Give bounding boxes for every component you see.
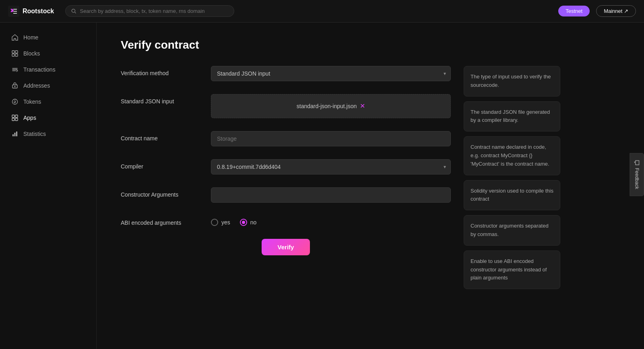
sidebar-item-tokens-label: Tokens (23, 99, 41, 105)
feedback-tab[interactable]: Feedback (630, 153, 644, 196)
svg-rect-17 (14, 133, 16, 136)
svg-rect-14 (12, 118, 14, 121)
file-name-text: standard-json-input.json (297, 103, 357, 109)
standard-json-label: Standard JSON input (121, 94, 201, 105)
abi-yes-option[interactable]: yes (211, 219, 230, 226)
verification-method-help-text: The type of input used to verify the sou… (471, 74, 551, 88)
svg-rect-4 (15, 51, 18, 53)
apps-icon (11, 114, 19, 121)
home-icon (11, 34, 19, 41)
sidebar-item-blocks-label: Blocks (23, 50, 40, 57)
logo[interactable]: Rootstock (8, 6, 54, 17)
statistics-icon (11, 130, 19, 138)
contract-name-input[interactable] (211, 131, 451, 146)
compiler-select[interactable]: 0.8.19+commit.7dd6d404 (211, 159, 451, 174)
contract-name-control (211, 131, 451, 146)
abi-yes-label: yes (221, 219, 230, 226)
sidebar-item-home-label: Home (23, 34, 38, 41)
contract-name-row: Contract name (121, 131, 451, 146)
abi-no-option[interactable]: no (240, 219, 257, 226)
file-remove-button[interactable]: ✕ (360, 103, 365, 109)
svg-line-2 (75, 12, 76, 13)
sidebar-item-transactions[interactable]: Transactions (3, 62, 93, 77)
svg-point-8 (14, 86, 16, 87)
compiler-label: Compiler (121, 159, 201, 170)
verification-method-select-wrapper: Standard JSON input ▾ (211, 66, 451, 81)
abi-encoded-help-box: Enable to use ABI encoded constructor ar… (464, 250, 560, 289)
verify-btn-row: Verify (121, 239, 451, 255)
svg-rect-13 (15, 115, 18, 117)
svg-point-9 (12, 99, 18, 105)
standard-json-row: Standard JSON input standard-json-input.… (121, 94, 451, 118)
verification-method-control: Standard JSON input ▾ (211, 66, 451, 81)
abi-encoded-help-text: Enable to use ABI encoded constructor ar… (471, 258, 547, 281)
feedback-label: Feedback (634, 168, 640, 189)
standard-json-help-text: The standard JSON file generated by a co… (471, 109, 550, 123)
logo-icon (8, 6, 19, 17)
constructor-args-control (211, 187, 451, 203)
standard-json-control: standard-json-input.json ✕ (211, 94, 451, 118)
contract-name-label: Contract name (121, 131, 201, 142)
compiler-control: 0.8.19+commit.7dd6d404 ▾ (211, 159, 451, 174)
verification-method-help-box: The type of input used to verify the sou… (464, 66, 560, 96)
main-content: Verify contract Verification method Stan… (97, 23, 644, 349)
sidebar-item-statistics[interactable]: Statistics (3, 126, 93, 142)
svg-rect-12 (12, 115, 14, 117)
mainnet-button[interactable]: Mainnet ↗ (596, 5, 636, 17)
file-upload-area[interactable]: standard-json-input.json ✕ (211, 94, 451, 118)
contract-name-help-text: Contract name declared in code, e.g. con… (471, 144, 549, 167)
constructor-args-help-box: Constructor arguments separated by comma… (464, 215, 560, 246)
abi-encoded-label: ABI encoded arguments (121, 216, 201, 226)
addresses-icon (11, 82, 19, 89)
abi-yes-radio[interactable] (211, 219, 218, 226)
blocks-icon (11, 50, 19, 57)
svg-rect-16 (12, 134, 14, 136)
svg-point-1 (72, 9, 75, 12)
constructor-args-help-text: Constructor arguments separated by comma… (471, 223, 549, 237)
sidebar-item-statistics-label: Statistics (23, 131, 46, 137)
sidebar-item-apps[interactable]: Apps (3, 110, 93, 125)
verification-method-select[interactable]: Standard JSON input (211, 66, 451, 81)
compiler-help-text: Solidity version used to compile this co… (471, 188, 553, 202)
constructor-args-input[interactable] (211, 187, 451, 203)
compiler-help-box: Solidity version used to compile this co… (464, 180, 560, 211)
abi-radio-group: yes no (211, 216, 451, 226)
svg-rect-15 (15, 118, 18, 121)
search-input[interactable] (80, 8, 228, 14)
constructor-args-row: Constructor Arguments (121, 187, 451, 203)
sidebar-item-blocks[interactable]: Blocks (3, 46, 93, 61)
tokens-icon (11, 98, 19, 105)
svg-rect-5 (12, 54, 14, 56)
form-fields: Verification method Standard JSON input … (121, 66, 451, 255)
sidebar-item-home[interactable]: Home (3, 30, 93, 45)
sidebar-item-tokens[interactable]: Tokens (3, 94, 93, 109)
testnet-button[interactable]: Testnet (558, 6, 590, 16)
verify-button[interactable]: Verify (262, 239, 310, 255)
abi-encoded-row: ABI encoded arguments yes no (121, 216, 451, 226)
file-name-display: standard-json-input.json ✕ (297, 103, 365, 109)
svg-rect-18 (16, 131, 17, 136)
sidebar: Home Blocks Transactions (0, 23, 97, 349)
contract-name-help-box: Contract name declared in code, e.g. con… (464, 136, 560, 175)
sidebar-item-transactions-label: Transactions (23, 66, 56, 73)
verification-method-row: Verification method Standard JSON input … (121, 66, 451, 81)
transactions-icon (11, 66, 19, 73)
svg-rect-6 (15, 54, 18, 56)
abi-encoded-control: yes no (211, 216, 451, 226)
compiler-row: Compiler 0.8.19+commit.7dd6d404 ▾ (121, 159, 451, 174)
header: Rootstock Testnet Mainnet ↗ (0, 0, 644, 23)
search-bar (65, 5, 234, 17)
svg-rect-3 (12, 51, 14, 53)
abi-no-label: no (250, 219, 257, 226)
form-container: Verification method Standard JSON input … (121, 66, 620, 294)
sidebar-item-addresses[interactable]: Addresses (3, 78, 93, 93)
logo-text: Rootstock (23, 8, 54, 15)
sidebar-item-addresses-label: Addresses (23, 82, 50, 89)
page-title: Verify contract (121, 39, 620, 51)
verification-method-label: Verification method (121, 66, 201, 76)
help-panel: The type of input used to verify the sou… (464, 66, 560, 294)
abi-no-radio[interactable] (240, 219, 247, 226)
constructor-args-label: Constructor Arguments (121, 187, 201, 198)
mainnet-label: Mainnet ↗ (604, 8, 628, 14)
search-icon (71, 8, 76, 14)
